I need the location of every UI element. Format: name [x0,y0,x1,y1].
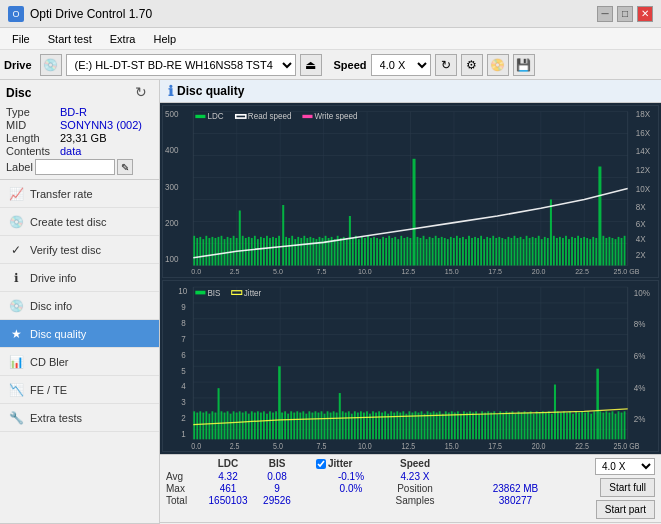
svg-rect-74 [358,239,360,265]
svg-text:8: 8 [181,317,186,328]
svg-rect-245 [284,411,286,439]
stats-avg-speed: 4.23 X [386,471,444,482]
svg-rect-259 [327,411,329,439]
disc-label-input[interactable] [35,159,115,175]
svg-rect-260 [330,412,332,439]
svg-rect-187 [195,115,205,118]
drive-icon-btn[interactable]: 💿 [40,54,62,76]
svg-rect-88 [400,236,402,266]
svg-rect-49 [282,205,284,266]
save-button[interactable]: 💾 [513,54,535,76]
svg-text:12X: 12X [636,165,651,175]
svg-rect-336 [560,412,562,439]
eject-button[interactable]: ⏏ [300,54,322,76]
svg-text:12.5: 12.5 [401,267,415,276]
refresh-button[interactable]: ↻ [435,54,457,76]
svg-rect-126 [517,238,519,266]
menu-file[interactable]: File [4,31,38,47]
sidebar-item-verify-test-disc[interactable]: ✓ Verify test disc [0,236,159,264]
svg-rect-42 [260,237,262,266]
svg-rect-291 [424,413,426,439]
verify-test-disc-icon: ✓ [8,242,24,258]
svg-rect-106 [456,236,458,266]
stats-col-empty [166,458,202,469]
svg-rect-219 [205,411,207,439]
svg-rect-112 [474,237,476,266]
sidebar-item-transfer-rate[interactable]: 📈 Transfer rate [0,180,159,208]
svg-rect-350 [602,412,604,439]
svg-rect-261 [333,411,335,439]
app-title: Opti Drive Control 1.70 [30,7,152,21]
start-part-button[interactable]: Start part [596,500,655,519]
svg-rect-347 [593,411,595,439]
start-full-button[interactable]: Start full [600,478,655,497]
drive-select[interactable]: (E:) HL-DT-ST BD-RE WH16NS58 TST4 [66,54,296,76]
svg-rect-68 [340,238,342,266]
svg-rect-157 [612,238,614,266]
sidebar: Disc ↻ Type BD-R MID SONYNN3 (002) Lengt… [0,80,160,524]
svg-rect-149 [586,238,588,266]
svg-rect-70 [346,238,348,266]
svg-text:2.5: 2.5 [230,267,240,276]
svg-rect-324 [524,411,526,439]
sidebar-item-extra-tests[interactable]: 🔧 Extra tests [0,404,159,432]
svg-rect-256 [318,412,320,439]
close-button[interactable]: ✕ [637,6,653,22]
disc-type-val: BD-R [60,106,153,118]
sidebar-item-disc-info[interactable]: 💿 Disc info [0,292,159,320]
svg-rect-151 [592,237,594,266]
settings-button[interactable]: ⚙ [461,54,483,76]
stats-max-label: Max [166,483,202,494]
speed-set-select[interactable]: 4.0 X [595,458,655,475]
sidebar-item-disc-quality[interactable]: ★ Disc quality [0,320,159,348]
svg-text:400: 400 [165,145,179,155]
svg-text:16X: 16X [636,127,651,137]
svg-text:14X: 14X [636,146,651,156]
stats-table: LDC BIS Jitter Speed Avg 4.32 0.08 [166,458,587,506]
svg-rect-96 [426,239,428,265]
svg-rect-108 [462,237,464,266]
sidebar-item-cd-bler[interactable]: 📊 CD Bler [0,348,159,376]
menu-help[interactable]: Help [145,31,184,47]
stats-avg-jitter: -0.1% [316,471,386,482]
svg-rect-104 [450,237,452,266]
svg-text:17.5: 17.5 [488,441,502,451]
svg-rect-305 [466,412,468,439]
svg-rect-127 [520,237,522,266]
sidebar-item-label-disc-info: Disc info [30,300,72,312]
svg-rect-48 [278,236,280,266]
minimize-button[interactable]: ─ [597,6,613,22]
svg-rect-263 [339,393,341,439]
sidebar-item-fe-te[interactable]: 📉 FE / TE [0,376,159,404]
svg-rect-225 [224,412,226,439]
sidebar-item-create-test-disc[interactable]: 💿 Create test disc [0,208,159,236]
svg-rect-134 [541,239,543,265]
speed-select[interactable]: 4.0 X [371,54,431,76]
svg-text:10X: 10X [636,183,651,193]
svg-rect-20 [193,236,195,266]
svg-rect-346 [590,413,592,439]
svg-rect-285 [405,413,407,439]
svg-rect-23 [202,239,204,265]
media-button[interactable]: 📀 [487,54,509,76]
svg-rect-44 [266,236,268,266]
svg-rect-141 [562,238,564,266]
stats-col-speed: Speed [386,458,444,469]
svg-rect-335 [557,411,559,439]
label-edit-btn[interactable]: ✎ [117,159,133,175]
svg-rect-38 [248,237,250,266]
svg-rect-81 [379,239,381,265]
menu-start-test[interactable]: Start test [40,31,100,47]
svg-rect-246 [287,413,289,439]
svg-text:500: 500 [165,109,179,119]
drive-label: Drive [4,59,32,71]
svg-rect-271 [363,412,365,439]
sidebar-item-drive-info[interactable]: ℹ Drive info [0,264,159,292]
disc-refresh-icon[interactable]: ↻ [135,84,153,102]
maximize-button[interactable]: □ [617,6,633,22]
menu-extra[interactable]: Extra [102,31,144,47]
jitter-checkbox[interactable] [316,459,326,469]
disc-length-val: 23,31 GB [60,132,153,144]
stats-panel: LDC BIS Jitter Speed Avg 4.32 0.08 [160,454,661,522]
sidebar-item-label-extra-tests: Extra tests [30,412,82,424]
